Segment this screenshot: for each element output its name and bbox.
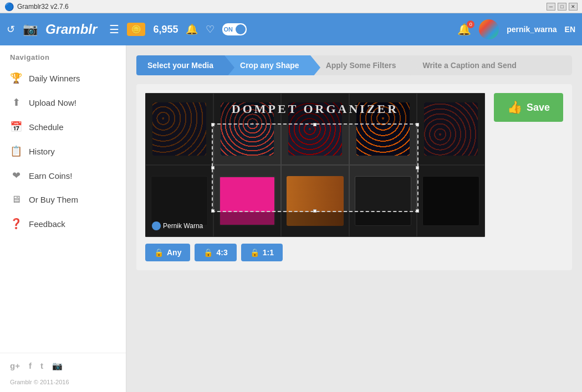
username-display[interactable]: pernik_warna xyxy=(507,25,557,34)
sidebar-item-daily-winners[interactable]: 🏆 Daily Winners xyxy=(0,66,126,90)
language-selector[interactable]: EN xyxy=(565,25,575,34)
twitter-icon[interactable]: t xyxy=(40,361,43,371)
header: ↺ 📷 Gramblr ☰ 🪙 6,955 🔔 ♡ ON 🔔 0 pernik_… xyxy=(0,13,582,45)
crop-1-1-button[interactable]: 🔒 1:1 xyxy=(241,244,283,261)
image-title: DOMPET ORGANIZER xyxy=(232,102,399,116)
crop-4-3-label: 4:3 xyxy=(216,248,227,257)
sidebar-item-buy-them[interactable]: 🖥 Or Buy Them xyxy=(0,188,126,212)
avatar[interactable] xyxy=(479,19,499,39)
sidebar-label-buy-them: Or Buy Them xyxy=(29,195,78,204)
sidebar-item-schedule[interactable]: 📅 Schedule xyxy=(0,115,126,139)
lock-icon-4-3: 🔒 xyxy=(203,248,213,257)
crop-4-3-button[interactable]: 🔒 4:3 xyxy=(195,244,236,261)
watermark: Pernik Warna xyxy=(152,221,203,230)
app-icon: 🔵 xyxy=(4,2,14,11)
copyright: Gramblr © 2011-2016 xyxy=(0,379,126,392)
step-crop-shape-label: Crop any Shape xyxy=(240,61,299,70)
logo-text: Gramblr xyxy=(45,22,97,37)
editor-canvas-wrap: DOMPET ORGANIZER xyxy=(145,93,485,261)
step-apply-filters-label: Apply Some Filters xyxy=(326,61,396,70)
step-arrow-3 xyxy=(407,55,417,75)
social-links: g+ f t 📷 xyxy=(0,353,126,379)
toggle-knob xyxy=(236,24,246,34)
app-title: Gramblr32 v2.7.6 xyxy=(17,3,547,11)
heart-icon[interactable]: 🔔 xyxy=(186,23,198,35)
crop-1-1-label: 1:1 xyxy=(263,248,274,257)
toggle-label: ON xyxy=(223,26,233,33)
step-select-media-label: Select your Media xyxy=(147,61,213,70)
upload-icon: ⬆ xyxy=(10,96,22,109)
sidebar-item-feedback[interactable]: ❓ Feedback xyxy=(0,212,126,236)
notification-count: 0 xyxy=(467,20,474,28)
refresh-icon[interactable]: ↺ xyxy=(7,23,15,35)
save-label: Save xyxy=(527,102,550,114)
google-plus-icon[interactable]: g+ xyxy=(10,361,20,371)
crop-mask-left xyxy=(145,123,212,212)
image-editor-area: DOMPET ORGANIZER xyxy=(136,84,572,270)
save-button[interactable]: 👍 Save xyxy=(494,93,563,122)
favorite-icon[interactable]: ♡ xyxy=(206,23,215,35)
sidebar-label-feedback: Feedback xyxy=(29,219,65,229)
instagram-icon: 📷 xyxy=(23,22,38,37)
titlebar: 🔵 Gramblr32 v2.7.6 ─ □ ✕ xyxy=(0,0,582,13)
sidebar-label-daily-winners: Daily Winners xyxy=(29,74,80,83)
step-select-media[interactable]: Select your Media xyxy=(136,55,224,75)
steps-bar: Select your Media Crop any Shape Apply S… xyxy=(136,55,572,75)
sidebar-item-earn-coins[interactable]: ❤ Earn Coins! xyxy=(0,163,126,188)
question-icon: ❓ xyxy=(10,218,22,230)
crop-any-button[interactable]: 🔒 Any xyxy=(145,244,190,261)
facebook-icon[interactable]: f xyxy=(29,361,32,371)
menu-icon[interactable]: ☰ xyxy=(109,23,119,36)
score-display: 6,955 xyxy=(153,24,178,35)
notification-bell[interactable]: 🔔 0 xyxy=(457,23,471,36)
sidebar-label-schedule: Schedule xyxy=(29,122,64,132)
minimize-button[interactable]: ─ xyxy=(547,3,555,11)
image-canvas[interactable]: DOMPET ORGANIZER xyxy=(145,93,485,237)
trophy-icon: 🏆 xyxy=(10,72,22,84)
calendar-icon: 📅 xyxy=(10,121,22,133)
monitor-icon: 🖥 xyxy=(10,194,22,205)
heart-sidebar-icon: ❤ xyxy=(10,169,22,182)
sidebar-item-upload-now[interactable]: ⬆ Upload Now! xyxy=(0,90,126,115)
crop-buttons: 🔒 Any 🔒 4:3 🔒 1:1 xyxy=(145,244,485,261)
sidebar-label-upload-now: Upload Now! xyxy=(29,98,76,107)
step-arrow-1 xyxy=(224,55,234,75)
sidebar: Navigation 🏆 Daily Winners ⬆ Upload Now!… xyxy=(0,45,126,392)
restore-button[interactable]: □ xyxy=(558,3,566,11)
step-apply-filters[interactable]: Apply Some Filters xyxy=(310,55,407,75)
lock-icon-any: 🔒 xyxy=(154,248,164,257)
history-icon: 📋 xyxy=(10,145,22,157)
step-write-caption[interactable]: Write a Caption and Send xyxy=(407,55,572,75)
watermark-logo xyxy=(152,221,161,230)
sidebar-label-history: History xyxy=(29,147,55,156)
nav-label: Navigation xyxy=(0,45,126,66)
thumbs-up-icon: 👍 xyxy=(507,100,522,115)
window-controls[interactable]: ─ □ ✕ xyxy=(547,3,578,11)
lock-icon-1-1: 🔒 xyxy=(250,248,259,257)
toggle-switch[interactable]: ON xyxy=(222,23,247,35)
toggle-control[interactable]: ON xyxy=(222,23,247,35)
step-write-caption-label: Write a Caption and Send xyxy=(422,61,516,70)
coins-button[interactable]: 🪙 xyxy=(127,23,145,36)
close-button[interactable]: ✕ xyxy=(569,3,578,11)
step-arrow-2 xyxy=(310,55,320,75)
watermark-text: Pernik Warna xyxy=(163,222,203,230)
step-crop-shape[interactable]: Crop any Shape xyxy=(224,55,310,75)
sidebar-item-history[interactable]: 📋 History xyxy=(0,139,126,163)
main-content: Select your Media Crop any Shape Apply S… xyxy=(126,45,582,392)
crop-mask-right xyxy=(418,123,485,212)
sidebar-label-earn-coins: Earn Coins! xyxy=(29,171,72,180)
instagram-social-icon[interactable]: 📷 xyxy=(52,361,63,371)
main-layout: Navigation 🏆 Daily Winners ⬆ Upload Now!… xyxy=(0,45,582,392)
crop-any-label: Any xyxy=(167,248,181,257)
